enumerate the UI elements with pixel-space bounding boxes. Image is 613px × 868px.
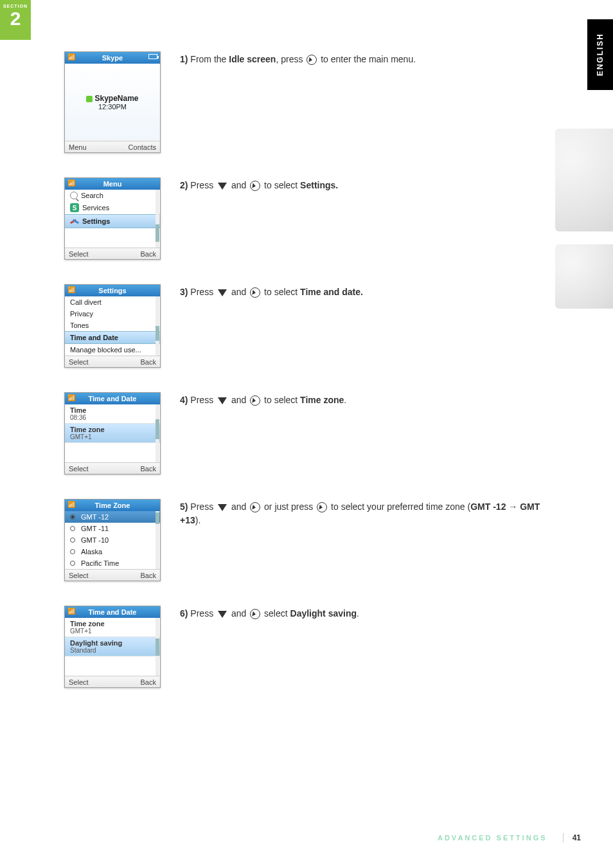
phone-body: Call divertPrivacyTonesTime and DateMana…: [65, 296, 160, 356]
list-item[interactable]: Alaska: [65, 546, 160, 557]
group-timezone[interactable]: Time zone GMT+1: [65, 618, 160, 637]
softkey-right[interactable]: Contacts: [129, 143, 156, 151]
section-number: 2: [0, 8, 31, 29]
group-label: Time zone: [65, 426, 160, 433]
softkey-right[interactable]: Back: [141, 465, 156, 473]
group-timezone-selected[interactable]: Time zone GMT+1: [65, 424, 160, 443]
softkey-right[interactable]: Back: [141, 358, 156, 366]
status-icon: [86, 96, 93, 102]
softkeys: Menu Contacts: [65, 141, 160, 152]
side-image-1: [555, 129, 613, 231]
softkey-left[interactable]: Select: [69, 250, 89, 258]
select-button-icon: [306, 55, 317, 65]
list-item[interactable]: SServices: [65, 201, 160, 214]
step-text-1: 1) From the Idle screen, press to enter …: [167, 51, 553, 66]
step-text-2: 2) Press and to select Settings.: [167, 177, 553, 192]
select-button-icon: [250, 609, 260, 619]
step-text-4: 4) Press and to select Time zone.: [167, 392, 553, 407]
list-label: Settings: [82, 217, 110, 225]
list-item[interactable]: Privacy: [65, 308, 160, 320]
step-row-5: 📶Time Zone GMT -12GMT -11GMT -10AlaskaPa…: [64, 499, 553, 581]
radio-icon: [70, 514, 75, 520]
group-label: Time zone: [65, 620, 160, 628]
list-label: Pacific Time: [81, 559, 119, 567]
group-value: GMT+1: [65, 433, 160, 440]
phone-title: Time and Date: [89, 395, 137, 402]
phone-title: Time Zone: [95, 502, 130, 509]
list-label: Alaska: [81, 548, 102, 556]
step-text-6: 6) Press and select Daylight saving.: [167, 606, 553, 620]
list-item[interactable]: Tones: [65, 320, 160, 331]
phone-timedate1: 📶Time and Date Time 08:36 Time zone GMT+…: [64, 392, 161, 475]
phone-title: Time and Date: [89, 608, 137, 616]
softkey-left[interactable]: Select: [69, 358, 89, 366]
phone-body: Time zone GMT+1 Daylight saving Standard: [65, 618, 160, 676]
softkey-left[interactable]: Menu: [69, 143, 87, 151]
list-item-selected[interactable]: Time and Date: [65, 331, 160, 344]
down-arrow-icon: [218, 183, 227, 190]
group-label: Time: [65, 406, 160, 414]
list-item-selected[interactable]: Settings: [65, 214, 160, 228]
scrollbar[interactable]: [155, 296, 159, 356]
step-row-6: 📶Time and Date Time zone GMT+1 Daylight …: [64, 606, 553, 688]
scrollbar[interactable]: [155, 511, 159, 569]
phone-body: Time 08:36 Time zone GMT+1: [65, 404, 160, 462]
list-item[interactable]: Manage blocked use...: [65, 344, 160, 356]
down-arrow-icon: [218, 289, 227, 296]
phone-menu: 📶Menu Search SServices Settings SelectBa…: [64, 177, 161, 260]
softkey-right[interactable]: Back: [141, 678, 156, 686]
battery-icon: [148, 54, 157, 59]
signal-icon: 📶: [67, 394, 75, 401]
select-button-icon: [250, 181, 260, 191]
signal-icon: 📶: [67, 501, 75, 508]
scrollbar[interactable]: [155, 404, 159, 462]
softkey-right[interactable]: Back: [141, 250, 156, 258]
down-arrow-icon: [218, 611, 227, 618]
step-text-5: 5) Press and or just press to select you…: [167, 499, 553, 527]
phone-body: Search SServices Settings: [65, 190, 160, 248]
group-label: Daylight saving: [65, 639, 160, 647]
search-icon: [70, 192, 78, 199]
signal-icon: 📶: [67, 286, 75, 293]
scrollbar[interactable]: [155, 190, 159, 248]
content-area: 📶 Skype SkypeName 12:30PM Menu Contacts …: [64, 51, 553, 712]
phone-settings: 📶Settings Call divertPrivacyTonesTime an…: [64, 284, 161, 368]
phone-title: Skype: [102, 54, 123, 62]
step-row-4: 📶Time and Date Time 08:36 Time zone GMT+…: [64, 392, 553, 475]
list-item-selected[interactable]: GMT -12: [65, 511, 160, 523]
language-tab: ENGLISH: [587, 19, 613, 90]
group-value: Standard: [65, 647, 160, 654]
services-icon: S: [70, 203, 79, 212]
group-time[interactable]: Time 08:36: [65, 404, 160, 424]
list-item[interactable]: Pacific Time: [65, 557, 160, 569]
list-item[interactable]: Search: [65, 190, 160, 201]
list-item[interactable]: GMT -11: [65, 523, 160, 534]
group-daylight-selected[interactable]: Daylight saving Standard: [65, 637, 160, 656]
list-item[interactable]: Call divert: [65, 296, 160, 308]
down-arrow-icon: [218, 397, 227, 404]
radio-icon: [70, 549, 75, 554]
list-label: GMT -10: [81, 536, 109, 544]
step-text-3: 3) Press and to select Time and date.: [167, 284, 553, 299]
softkey-left[interactable]: Select: [69, 572, 89, 579]
list-label: GMT -12: [81, 513, 109, 521]
settings-icon: [70, 217, 79, 226]
select-button-icon: [250, 287, 260, 298]
group-value: GMT+1: [65, 628, 160, 635]
softkey-right[interactable]: Back: [141, 572, 156, 579]
list-label: Search: [81, 192, 103, 199]
softkey-left[interactable]: Select: [69, 678, 89, 686]
scrollbar[interactable]: [155, 618, 159, 676]
phone-titlebar: 📶 Skype: [65, 52, 160, 64]
step-row-2: 📶Menu Search SServices Settings SelectBa…: [64, 177, 553, 260]
down-arrow-icon: [218, 504, 227, 511]
list-label: GMT -11: [81, 525, 109, 532]
softkey-left[interactable]: Select: [69, 465, 89, 473]
phone-body: SkypeName 12:30PM: [65, 64, 160, 141]
select-button-icon: [250, 502, 260, 512]
phone-timezone: 📶Time Zone GMT -12GMT -11GMT -10AlaskaPa…: [64, 499, 161, 581]
list-item[interactable]: GMT -10: [65, 534, 160, 546]
radio-icon: [70, 526, 75, 531]
phone-idle: 📶 Skype SkypeName 12:30PM Menu Contacts: [64, 51, 161, 153]
radio-icon: [70, 561, 75, 566]
